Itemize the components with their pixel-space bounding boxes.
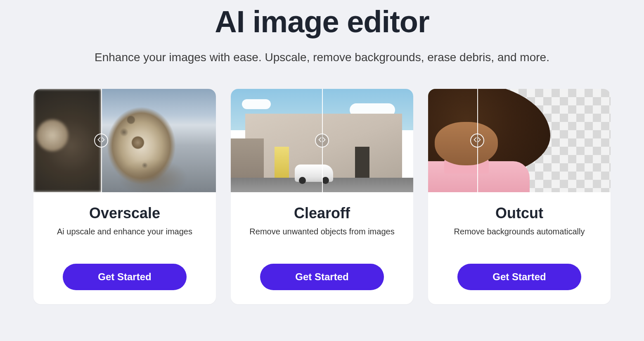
outcut-subject-person [428,89,559,192]
clearoff-title: Clearoff [294,205,350,222]
clearoff-dark-door [355,147,369,178]
overscale-preview-image [33,89,216,192]
page-title: AI image editor [215,4,429,39]
clearoff-description: Remove unwanted objects from images [249,227,394,236]
outcut-get-started-button[interactable]: Get Started [457,264,581,290]
feature-card-outcut: Outcut Remove backgrounds automatically … [428,89,611,304]
page-subtitle: Enhance your images with ease. Upscale, … [95,51,549,64]
clearoff-preview-image [231,89,413,192]
overscale-before-half [33,89,101,192]
clearoff-car-object [295,165,333,182]
overscale-title: Overscale [89,205,160,222]
outcut-description: Remove backgrounds automatically [454,227,585,236]
overscale-get-started-button[interactable]: Get Started [63,264,187,290]
compare-handle[interactable] [94,134,108,148]
feature-card-overscale: Overscale Ai upscale and enhance your im… [33,89,216,304]
compare-handle[interactable] [315,134,329,148]
overscale-after-half [101,89,216,192]
compare-arrows-icon [318,136,326,145]
outcut-preview-image [428,89,611,192]
cloud-icon [242,99,271,109]
compare-handle[interactable] [470,134,484,148]
feature-cards-row: Overscale Ai upscale and enhance your im… [33,89,611,304]
compare-arrows-icon [473,136,481,145]
clearoff-side-building [231,138,264,180]
feature-card-clearoff: Clearoff Remove unwanted objects from im… [231,89,413,304]
overscale-description: Ai upscale and enhance your images [57,227,192,236]
compare-arrows-icon [97,136,105,145]
outcut-title: Outcut [495,205,543,222]
clearoff-yellow-door [275,147,289,178]
clearoff-get-started-button[interactable]: Get Started [260,264,384,290]
